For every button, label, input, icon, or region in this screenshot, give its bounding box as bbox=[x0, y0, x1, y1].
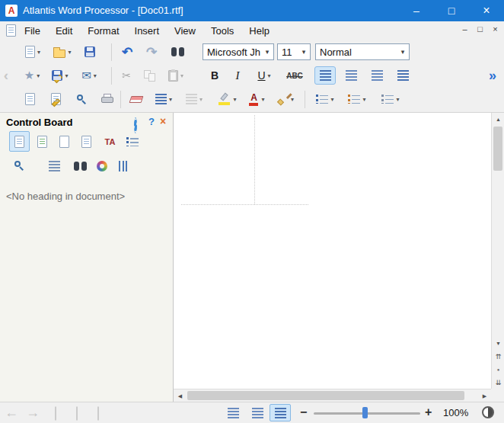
style-combo[interactable]: Normal ▾ bbox=[315, 43, 410, 60]
doc-nav-button-2[interactable] bbox=[76, 407, 78, 421]
dropdown-caret[interactable]: ▾ bbox=[233, 96, 236, 103]
find-button[interactable] bbox=[167, 43, 187, 61]
dropdown-caret[interactable]: ▾ bbox=[65, 72, 68, 79]
next-object-button[interactable]: ⇊ bbox=[492, 376, 504, 389]
font-name-combo[interactable]: Microsoft Jh ▾ bbox=[203, 43, 274, 60]
chevron-down-icon[interactable]: ▾ bbox=[298, 48, 310, 56]
dropdown-caret[interactable]: ▾ bbox=[199, 96, 203, 103]
bullets-button[interactable]: ▾ bbox=[312, 90, 338, 108]
select-browse-object-button[interactable]: ● bbox=[492, 363, 504, 376]
fields-panel-button[interactable] bbox=[76, 131, 97, 152]
toolbar-overflow-right-button[interactable]: » bbox=[484, 66, 501, 85]
previous-object-button[interactable]: ⇈ bbox=[492, 350, 504, 363]
menu-file[interactable]: File bbox=[17, 21, 48, 40]
columns-button[interactable]: ▾ bbox=[181, 90, 207, 108]
favorites-button[interactable]: ★ ▾ bbox=[20, 66, 44, 85]
menu-help[interactable]: Help bbox=[241, 21, 277, 40]
browse-back-button[interactable]: ← bbox=[5, 402, 18, 422]
cut-button[interactable]: ✂ bbox=[117, 66, 136, 85]
dropdown-caret[interactable]: ▾ bbox=[37, 72, 40, 79]
mdi-close-button[interactable]: × bbox=[490, 23, 501, 35]
zoom-out-button[interactable]: − bbox=[300, 402, 307, 422]
control-board-close-button[interactable]: × bbox=[160, 115, 166, 127]
draft-view-button[interactable] bbox=[222, 404, 244, 421]
columns-panel-button[interactable] bbox=[113, 155, 134, 176]
line-spacing-button[interactable]: ▾ bbox=[151, 90, 177, 108]
page-view-button[interactable] bbox=[270, 404, 291, 421]
mdi-minimize-button[interactable]: – bbox=[459, 23, 471, 35]
justify-button[interactable] bbox=[392, 66, 413, 85]
browse-forward-button[interactable]: → bbox=[26, 402, 40, 422]
menu-insert[interactable]: Insert bbox=[127, 21, 167, 40]
align-center-button[interactable] bbox=[340, 66, 362, 85]
menu-edit[interactable]: Edit bbox=[48, 21, 80, 40]
online-view-button[interactable] bbox=[247, 404, 268, 421]
new-document-button[interactable]: ▾ bbox=[20, 43, 46, 61]
align-right-button[interactable] bbox=[366, 66, 388, 85]
scroll-right-button[interactable]: ▶ bbox=[478, 389, 491, 402]
print-button[interactable] bbox=[97, 90, 117, 108]
menu-tools[interactable]: Tools bbox=[203, 21, 241, 40]
theme-toggle-button[interactable] bbox=[482, 406, 494, 418]
horizontal-scrollbar[interactable]: ◀ ▶ bbox=[174, 389, 491, 402]
dropdown-caret[interactable]: ▾ bbox=[68, 49, 71, 56]
redo-button[interactable]: ↷ bbox=[142, 43, 161, 61]
headings-panel-button[interactable] bbox=[9, 131, 30, 152]
paragraph-panel-button[interactable] bbox=[44, 155, 65, 176]
align-left-button[interactable] bbox=[314, 66, 336, 85]
vertical-scrollbar[interactable]: ▲ ▼ ⇈ ● ⇊ bbox=[491, 113, 504, 389]
document-canvas[interactable] bbox=[174, 113, 491, 389]
strikethrough-button[interactable]: ABC bbox=[282, 66, 308, 85]
clear-formatting-button[interactable] bbox=[126, 90, 146, 108]
menu-view[interactable]: View bbox=[167, 21, 203, 40]
toolbar-overflow-left-button[interactable]: ‹ bbox=[0, 66, 12, 85]
numbering-button[interactable]: ▾ bbox=[344, 90, 370, 108]
title-bar[interactable]: A Atlantis Word Processor - [Doc01.rtf] … bbox=[0, 0, 504, 21]
zoom-page-button[interactable] bbox=[72, 90, 91, 108]
multilevel-list-button[interactable]: ▾ bbox=[378, 90, 404, 108]
zoom-panel-button[interactable] bbox=[9, 155, 30, 176]
chevron-down-icon[interactable]: ▾ bbox=[397, 48, 409, 56]
maximize-button[interactable]: □ bbox=[434, 0, 469, 21]
scroll-up-button[interactable]: ▲ bbox=[492, 113, 504, 126]
control-board-help-button[interactable]: ? bbox=[148, 116, 155, 127]
format-painter-button[interactable]: ▾ bbox=[273, 90, 298, 108]
print-preview-button[interactable] bbox=[20, 90, 40, 108]
paste-button[interactable]: ▾ bbox=[163, 66, 189, 85]
dropdown-caret[interactable]: ▾ bbox=[169, 96, 172, 103]
clipboard-panel-button[interactable] bbox=[54, 131, 75, 152]
horizontal-scroll-thumb[interactable] bbox=[187, 391, 464, 400]
fonts-panel-button[interactable]: TA bbox=[100, 131, 120, 152]
dropdown-caret[interactable]: ▾ bbox=[180, 72, 183, 79]
open-document-button[interactable]: ▾ bbox=[49, 43, 76, 61]
undo-button[interactable]: ↶ bbox=[117, 43, 137, 61]
font-color-button[interactable]: A ▾ bbox=[244, 90, 270, 108]
dropdown-caret[interactable]: ▾ bbox=[330, 96, 333, 103]
bold-button[interactable]: B bbox=[206, 66, 224, 85]
scroll-down-button[interactable]: ▼ bbox=[492, 337, 504, 350]
minimize-button[interactable]: – bbox=[399, 0, 434, 21]
underline-button[interactable]: U ▾ bbox=[251, 66, 277, 85]
dropdown-caret[interactable]: ▾ bbox=[268, 72, 271, 79]
email-button[interactable]: ✉ ▾ bbox=[76, 66, 102, 85]
toc-panel-button[interactable] bbox=[122, 131, 142, 152]
mdi-restore-button[interactable]: □ bbox=[474, 23, 486, 35]
doc-nav-button-3[interactable] bbox=[97, 407, 99, 421]
vertical-scroll-thumb[interactable] bbox=[493, 127, 502, 171]
dropdown-caret[interactable]: ▾ bbox=[396, 96, 399, 103]
italic-button[interactable]: I bbox=[228, 66, 247, 85]
highlight-button[interactable]: ▾ bbox=[215, 90, 241, 108]
save-special-button[interactable]: ▾ bbox=[47, 66, 73, 85]
font-size-combo[interactable]: 11 ▾ bbox=[277, 43, 311, 60]
save-button[interactable] bbox=[81, 43, 99, 61]
dropdown-caret[interactable]: ▾ bbox=[261, 96, 264, 103]
scroll-left-button[interactable]: ◀ bbox=[174, 389, 187, 402]
zoom-slider-thumb[interactable] bbox=[362, 407, 368, 418]
search-panel-button[interactable] bbox=[70, 155, 91, 176]
dropdown-caret[interactable]: ▾ bbox=[94, 72, 97, 79]
doc-nav-button-1[interactable] bbox=[55, 407, 56, 421]
styles-panel-button[interactable] bbox=[32, 131, 53, 152]
zoom-in-button[interactable]: + bbox=[425, 402, 432, 422]
menu-format[interactable]: Format bbox=[80, 21, 126, 40]
page-setup-button[interactable] bbox=[46, 90, 65, 108]
